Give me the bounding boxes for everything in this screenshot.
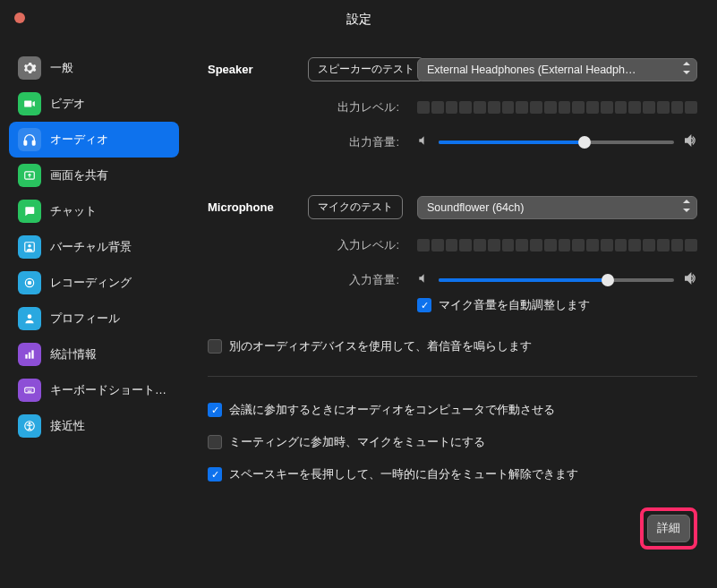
video-icon	[18, 92, 41, 115]
sidebar-item-video[interactable]: ビデオ	[9, 86, 179, 122]
input-level-label: 入力レベル:	[208, 237, 406, 253]
sidebar-item-virtual-background[interactable]: バーチャル背景	[9, 229, 179, 265]
join-with-computer-audio-checkbox[interactable]: ✓	[208, 403, 222, 417]
separate-ring-device-label: 別のオーディオデバイスを使用して、着信音を鳴らします	[229, 338, 532, 354]
output-volume-slider[interactable]	[439, 141, 674, 144]
speaker-device-value: External Headphones (External Headph…	[427, 64, 636, 76]
share-screen-icon	[18, 164, 41, 187]
sidebar-item-label: レコーディング	[50, 275, 132, 291]
mute-on-join-label: ミーティングに参加時、マイクをミュートにする	[229, 434, 485, 450]
svg-rect-15	[28, 391, 32, 392]
volume-high-icon	[683, 133, 697, 150]
sidebar-item-audio[interactable]: オーディオ	[9, 122, 179, 158]
svg-point-17	[29, 422, 30, 424]
svg-rect-9	[29, 353, 30, 359]
output-volume-label: 出力音量:	[208, 134, 406, 150]
sidebar-item-label: 統計情報	[50, 346, 97, 362]
output-level-label: 出力レベル:	[208, 99, 406, 115]
advanced-button-highlight: 詳細	[640, 507, 697, 550]
separate-ring-device-checkbox[interactable]	[208, 339, 222, 354]
sidebar-item-label: オーディオ	[50, 132, 108, 148]
window-title: 設定	[346, 12, 371, 28]
input-volume-slider[interactable]	[439, 278, 674, 282]
svg-point-4	[28, 244, 31, 248]
join-with-computer-audio-label: 会議に参加するときにオーディオをコンピュータで作動させる	[229, 402, 555, 418]
svg-point-6	[28, 281, 31, 285]
sidebar: 一般 ビデオ オーディオ 画面を共有 チャット	[0, 39, 188, 588]
microphone-heading: Microphone	[208, 200, 297, 214]
space-to-unmute-label: スペースキーを長押しして、一時的に自分をミュート解除できます	[229, 466, 578, 482]
test-speaker-button[interactable]: スピーカーのテスト	[308, 57, 424, 81]
chat-icon	[18, 200, 41, 223]
sidebar-item-general[interactable]: 一般	[9, 50, 179, 86]
gear-icon	[18, 56, 41, 80]
svg-point-13	[29, 389, 30, 390]
svg-rect-8	[25, 354, 27, 359]
window-controls	[14, 13, 25, 23]
svg-rect-11	[25, 388, 35, 393]
svg-point-12	[27, 389, 28, 390]
audio-settings-panel: Speaker スピーカーのテスト External Headphones (E…	[188, 39, 717, 588]
output-level-meter	[417, 101, 697, 114]
advanced-button[interactable]: 詳細	[647, 515, 690, 542]
record-icon	[18, 271, 41, 294]
speaker-section: Speaker スピーカーのテスト External Headphones (E…	[208, 57, 697, 150]
volume-low-icon	[417, 272, 430, 287]
auto-adjust-mic-checkbox[interactable]: ✓	[417, 298, 431, 312]
stats-icon	[18, 343, 41, 366]
accessibility-icon	[18, 414, 41, 438]
headphones-icon	[18, 128, 41, 151]
mute-on-join-row[interactable]: ミーティングに参加時、マイクをミュートにする	[208, 434, 697, 450]
space-to-unmute-row[interactable]: ✓ スペースキーを長押しして、一時的に自分をミュート解除できます	[208, 466, 697, 482]
test-microphone-button[interactable]: マイクのテスト	[308, 195, 403, 219]
input-level-meter	[417, 239, 697, 251]
sidebar-item-keyboard-shortcuts[interactable]: キーボードショートカ…	[9, 372, 179, 408]
keyboard-icon	[18, 379, 41, 402]
space-to-unmute-checkbox[interactable]: ✓	[208, 467, 222, 481]
audio-options: ✓ 会議に参加するときにオーディオをコンピュータで作動させる ミーティングに参加…	[208, 402, 697, 482]
speaker-heading: Speaker	[208, 63, 297, 76]
sidebar-item-share-screen[interactable]: 画面を共有	[9, 158, 179, 193]
sidebar-item-recording[interactable]: レコーディング	[9, 265, 179, 301]
join-with-computer-audio-row[interactable]: ✓ 会議に参加するときにオーディオをコンピュータで作動させる	[208, 402, 697, 418]
speaker-device-select[interactable]: External Headphones (External Headph…	[417, 58, 697, 81]
volume-low-icon	[417, 134, 430, 149]
volume-high-icon	[683, 271, 697, 288]
sidebar-item-label: ビデオ	[50, 96, 85, 112]
auto-adjust-mic-label: マイク音量を自動調整します	[439, 297, 590, 313]
sidebar-item-label: プロフィール	[50, 311, 120, 327]
svg-rect-10	[31, 350, 33, 358]
profile-icon	[18, 307, 41, 330]
svg-point-7	[28, 314, 32, 319]
microphone-device-value: Soundflower (64ch)	[427, 201, 524, 214]
sidebar-item-profile[interactable]: プロフィール	[9, 301, 179, 337]
auto-adjust-mic-row[interactable]: ✓ マイク音量を自動調整します	[417, 297, 697, 313]
svg-rect-1	[32, 141, 35, 145]
chevron-up-down-icon	[682, 62, 691, 77]
sidebar-item-label: 一般	[50, 60, 73, 76]
sidebar-item-label: チャット	[50, 203, 97, 219]
background-icon	[18, 235, 41, 259]
close-window-button[interactable]	[14, 13, 25, 23]
divider	[208, 376, 697, 377]
sidebar-item-chat[interactable]: チャット	[9, 193, 179, 229]
sidebar-item-label: 接近性	[50, 418, 85, 434]
sidebar-item-statistics[interactable]: 統計情報	[9, 337, 179, 372]
svg-rect-0	[24, 141, 27, 145]
chevron-up-down-icon	[682, 200, 691, 215]
microphone-device-select[interactable]: Soundflower (64ch)	[417, 196, 697, 219]
titlebar: 設定	[0, 0, 717, 39]
separate-ring-device-row[interactable]: 別のオーディオデバイスを使用して、着信音を鳴らします	[208, 338, 697, 354]
sidebar-item-accessibility[interactable]: 接近性	[9, 408, 179, 444]
microphone-section: Microphone マイクのテスト Soundflower (64ch) 入力…	[208, 195, 697, 313]
sidebar-item-label: バーチャル背景	[50, 239, 132, 255]
mute-on-join-checkbox[interactable]	[208, 435, 222, 449]
sidebar-item-label: キーボードショートカ…	[50, 382, 170, 398]
svg-point-14	[30, 389, 31, 390]
input-volume-label: 入力音量:	[208, 272, 406, 288]
sidebar-item-label: 画面を共有	[50, 167, 108, 183]
